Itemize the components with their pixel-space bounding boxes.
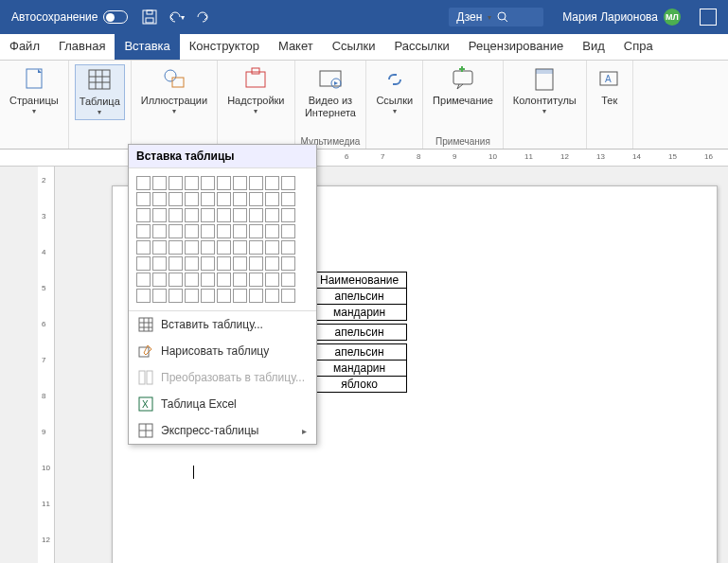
grid-cell[interactable] xyxy=(217,240,231,255)
grid-cell[interactable] xyxy=(152,289,167,303)
tab-layout[interactable]: Макет xyxy=(269,34,323,60)
tab-references[interactable]: Ссылки xyxy=(323,34,385,60)
grid-cell[interactable] xyxy=(201,273,215,287)
grid-cell[interactable] xyxy=(249,192,263,206)
grid-cell[interactable] xyxy=(281,289,295,303)
grid-cell[interactable] xyxy=(217,208,231,222)
grid-cell[interactable] xyxy=(217,256,231,271)
grid-cell[interactable] xyxy=(249,240,263,255)
grid-cell[interactable] xyxy=(233,256,247,271)
grid-cell[interactable] xyxy=(169,240,183,255)
grid-cell[interactable] xyxy=(201,208,215,222)
table-size-grid[interactable] xyxy=(129,168,316,310)
grid-cell[interactable] xyxy=(217,192,231,206)
grid-cell[interactable] xyxy=(185,289,199,303)
grid-cell[interactable] xyxy=(281,256,295,271)
grid-cell[interactable] xyxy=(233,273,247,287)
grid-cell[interactable] xyxy=(136,256,151,271)
grid-cell[interactable] xyxy=(136,240,151,255)
undo-icon[interactable]: ▾ xyxy=(168,9,185,26)
grid-cell[interactable] xyxy=(233,289,247,303)
grid-cell[interactable] xyxy=(201,176,215,190)
grid-cell[interactable] xyxy=(265,240,279,255)
tab-help[interactable]: Спра xyxy=(614,34,663,60)
user-account[interactable]: Мария Ларионова МЛ xyxy=(562,9,681,26)
grid-cell[interactable] xyxy=(185,273,199,287)
text-button[interactable]: A Тек xyxy=(593,64,627,109)
grid-cell[interactable] xyxy=(169,192,183,206)
table-button[interactable]: Таблица▾ xyxy=(75,64,125,120)
tab-review[interactable]: Рецензирование xyxy=(459,34,573,60)
grid-cell[interactable] xyxy=(185,256,199,271)
grid-cell[interactable] xyxy=(136,176,151,190)
illustrations-button[interactable]: Иллюстрации▾ xyxy=(137,64,211,118)
grid-cell[interactable] xyxy=(265,224,279,238)
grid-cell[interactable] xyxy=(265,289,279,303)
tab-file[interactable]: Файл xyxy=(0,34,49,60)
tab-mailings[interactable]: Рассылки xyxy=(384,34,458,60)
toggle-switch-icon[interactable] xyxy=(103,10,128,24)
grid-cell[interactable] xyxy=(217,289,231,303)
grid-cell[interactable] xyxy=(169,224,183,238)
grid-cell[interactable] xyxy=(249,273,263,287)
grid-cell[interactable] xyxy=(281,273,295,287)
grid-cell[interactable] xyxy=(201,289,215,303)
grid-cell[interactable] xyxy=(201,240,215,255)
grid-cell[interactable] xyxy=(185,224,199,238)
grid-cell[interactable] xyxy=(201,256,215,271)
grid-cell[interactable] xyxy=(152,240,167,255)
grid-cell[interactable] xyxy=(152,176,167,190)
video-button[interactable]: Видео из Интернета xyxy=(301,64,360,121)
grid-cell[interactable] xyxy=(185,192,199,206)
grid-cell[interactable] xyxy=(217,176,231,190)
redo-icon[interactable] xyxy=(194,9,211,26)
grid-cell[interactable] xyxy=(152,224,167,238)
insert-table-item[interactable]: Вставить таблицу... xyxy=(129,311,316,338)
grid-cell[interactable] xyxy=(281,176,295,190)
grid-cell[interactable] xyxy=(233,240,247,255)
grid-cell[interactable] xyxy=(281,208,295,222)
table-cell[interactable]: мандарин xyxy=(312,361,407,377)
quick-tables-item[interactable]: Экспресс-таблицы ▸ xyxy=(129,417,316,444)
grid-cell[interactable] xyxy=(217,273,231,287)
table-cell[interactable]: Наименование xyxy=(312,273,407,289)
vertical-ruler[interactable]: 2345678910111213 xyxy=(38,167,55,563)
autosave-toggle[interactable]: Автосохранение xyxy=(11,10,128,24)
grid-cell[interactable] xyxy=(249,256,263,271)
table-cell[interactable]: апельсин xyxy=(312,289,407,305)
grid-cell[interactable] xyxy=(249,176,263,190)
grid-cell[interactable] xyxy=(265,208,279,222)
grid-cell[interactable] xyxy=(233,224,247,238)
links-button[interactable]: Ссылки▾ xyxy=(372,64,417,118)
grid-cell[interactable] xyxy=(169,256,183,271)
excel-table-item[interactable]: X Таблица Excel xyxy=(129,391,316,417)
tab-home[interactable]: Главная xyxy=(49,34,115,60)
grid-cell[interactable] xyxy=(136,273,151,287)
pages-button[interactable]: Страницы▾ xyxy=(6,64,62,118)
grid-cell[interactable] xyxy=(169,273,183,287)
grid-cell[interactable] xyxy=(185,208,199,222)
tab-insert[interactable]: Вставка xyxy=(115,34,179,60)
tab-view[interactable]: Вид xyxy=(573,34,614,60)
grid-cell[interactable] xyxy=(136,192,151,206)
grid-cell[interactable] xyxy=(265,256,279,271)
grid-cell[interactable] xyxy=(152,192,167,206)
addins-button[interactable]: Надстройки▾ xyxy=(223,64,288,118)
ribbon-mode-icon[interactable] xyxy=(700,9,717,26)
draw-table-item[interactable]: Нарисовать таблицу xyxy=(129,338,316,364)
tab-design[interactable]: Конструктор xyxy=(180,34,269,60)
grid-cell[interactable] xyxy=(152,208,167,222)
grid-cell[interactable] xyxy=(136,224,151,238)
grid-cell[interactable] xyxy=(136,289,151,303)
grid-cell[interactable] xyxy=(152,256,167,271)
grid-cell[interactable] xyxy=(249,208,263,222)
grid-cell[interactable] xyxy=(136,208,151,222)
grid-cell[interactable] xyxy=(281,224,295,238)
grid-cell[interactable] xyxy=(249,224,263,238)
grid-cell[interactable] xyxy=(201,224,215,238)
grid-cell[interactable] xyxy=(217,224,231,238)
grid-cell[interactable] xyxy=(249,289,263,303)
search-box[interactable]: Дзен ▾ xyxy=(449,8,543,26)
save-icon[interactable] xyxy=(141,9,158,26)
grid-cell[interactable] xyxy=(185,240,199,255)
